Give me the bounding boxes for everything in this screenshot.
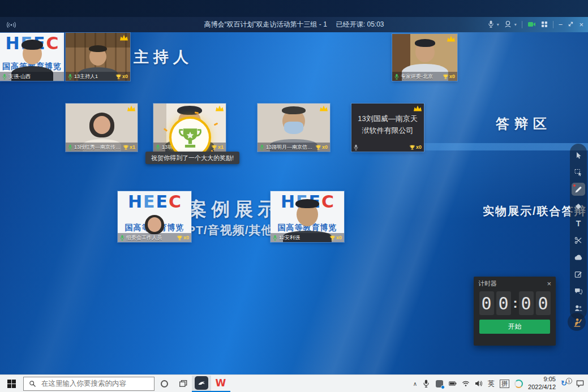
ime-language-indicator[interactable]: 英 — [488, 379, 495, 389]
audio-icon[interactable] — [504, 20, 512, 29]
timer-digit: 0 — [479, 291, 494, 315]
timer-digit: 0 — [536, 291, 551, 315]
update-notification-icon[interactable]: ↻1 — [561, 379, 571, 388]
system-tray: ∧ 英 拼 9:05 2022/4/12 ↻1 — [413, 376, 588, 391]
trophy-icon — [316, 145, 321, 150]
meeting-title-text: 高博会“双百计划”双走访活动第十三组 - 1 — [204, 20, 327, 28]
meeting-status-text: 已经开课: 05:03 — [336, 20, 384, 28]
big-trophy-icon — [178, 126, 202, 149]
trophy-icon — [116, 74, 121, 79]
crown-icon — [320, 105, 328, 111]
participant-name: 13路明月—南京信息工... — [266, 144, 314, 151]
crown-icon — [447, 36, 455, 42]
trophy-count: x0 — [316, 144, 328, 150]
crown-icon — [216, 105, 224, 111]
video-tile-zhiqiang[interactable]: HEEC 国高等教育博览 支强-山西 — [0, 33, 64, 81]
trophy-count: x0 — [116, 74, 128, 79]
action-center-icon[interactable] — [576, 380, 584, 387]
taskbar-search[interactable] — [23, 377, 154, 391]
marquee-select-tool-icon[interactable] — [572, 166, 585, 179]
clock-time: 9:05 — [528, 376, 556, 384]
minimize-button[interactable]: − — [559, 21, 563, 28]
pointer-tool-icon[interactable] — [572, 149, 585, 162]
video-tile-staff[interactable]: HEEC 国高等教育博览 CHINA 组委会工作人员x0 — [118, 191, 191, 242]
audio-caret-icon[interactable]: ▾ — [514, 22, 517, 27]
classin-taskbar-button[interactable] — [192, 376, 211, 392]
divider — [522, 21, 522, 28]
wps-taskbar-button[interactable]: W — [211, 376, 230, 392]
video-tile-liuguowei-camera-off[interactable]: 13刘国威—南京天洑软件有限公司 x0 — [351, 104, 424, 152]
chat-tool-icon[interactable] — [572, 285, 585, 298]
timer-start-button[interactable]: 开始 — [479, 320, 550, 334]
participant-name: 专家评委-北京 — [401, 73, 433, 80]
clock-date: 2022/4/12 — [528, 384, 556, 391]
cortana-button[interactable] — [154, 375, 174, 392]
video-tile-host1[interactable]: 13主持人1x0 — [66, 33, 130, 81]
tray-app-notification-icon[interactable] — [435, 380, 444, 388]
camera-icon[interactable] — [527, 21, 536, 29]
participant-name: 支强-山西 — [8, 73, 31, 80]
trophy-icon — [410, 145, 415, 150]
timer-close-icon[interactable]: × — [547, 280, 551, 287]
trophy-count: x0 — [330, 235, 342, 240]
timer-display: 0 0 : 0 0 — [474, 290, 556, 318]
cortana-icon — [161, 380, 168, 387]
whiteboard-edit-tool-icon[interactable] — [572, 268, 585, 281]
crown-icon — [127, 105, 135, 111]
taskbar-clock[interactable]: 9:05 2022/4/12 — [528, 376, 556, 391]
tray-microphone-icon[interactable] — [422, 380, 430, 387]
crown-icon — [414, 105, 422, 111]
microphone-caret-icon[interactable]: ▾ — [497, 22, 499, 27]
ime-pinyin-indicator[interactable]: 拼 — [500, 380, 509, 388]
trophy-count: x1 — [123, 144, 135, 150]
microphone-icon[interactable] — [488, 20, 494, 29]
cloud-tool-icon[interactable] — [572, 251, 585, 264]
video-tile-anliqiang[interactable]: HEEC 国高等教育博览 12安利强x0 — [271, 191, 344, 242]
eraser-tool-icon[interactable] — [572, 200, 585, 213]
text-tool-icon[interactable]: T — [572, 217, 585, 230]
meeting-title-bar: 高博会“双百计划”双走访活动第十三组 - 1已经开课: 05:03 ▾ ▾ − … — [0, 17, 588, 32]
timer-digit: 0 — [519, 291, 534, 315]
start-button[interactable] — [0, 375, 23, 392]
windows-taskbar: W ∧ 英 拼 9:05 2022/4/12 ↻1 — [0, 374, 588, 392]
heec-china-text: CHINA — [178, 229, 189, 232]
zone-label-case-sub: PPT/音视频/其他 — [179, 222, 274, 238]
video-tile-judge[interactable]: 专家评委-北京x0 — [392, 34, 457, 81]
layout-grid-icon[interactable] — [541, 21, 548, 29]
video-tile-lumingyue[interactable]: 13路明月—南京信息工...x0 — [257, 104, 330, 152]
mic-on-icon — [260, 144, 264, 150]
volume-icon[interactable] — [475, 380, 483, 387]
participant-name: 12安利强 — [279, 234, 300, 242]
windows-logo-icon — [7, 380, 16, 388]
trophy-icon — [330, 235, 335, 240]
classroom-stage: 主持人 答辩区 案例展示区 PPT/音视频/其他 实物展示/联合答辩 HEEC … — [0, 32, 588, 374]
participant-name: 13段红秀—南京传媒学院 — [74, 144, 122, 151]
wifi-icon[interactable] — [462, 380, 470, 387]
battery-icon[interactable] — [449, 380, 457, 387]
chevron-up-icon[interactable]: ∧ — [413, 381, 417, 387]
status-ring-icon[interactable] — [514, 380, 523, 388]
close-button[interactable]: × — [579, 21, 583, 28]
mic-on-icon — [156, 144, 160, 150]
participant-name: 组委会工作人员 — [126, 234, 162, 242]
resize-button[interactable] — [568, 21, 574, 28]
raise-hand-button[interactable] — [568, 313, 586, 331]
trophy-icon — [443, 74, 448, 79]
task-view-button[interactable] — [174, 375, 192, 392]
participant-name: 13主持人1 — [74, 73, 98, 80]
trophy-icon — [123, 145, 128, 150]
video-tile-duanhongxiu[interactable]: 13段红秀—南京传媒学院x1 — [66, 104, 138, 152]
pen-tool-icon[interactable] — [572, 183, 585, 196]
top-strip — [0, 0, 588, 17]
reward-tooltip: 祝贺你得到了一个大大的奖励! — [145, 152, 239, 164]
mic-on-icon — [394, 74, 399, 80]
search-icon — [29, 380, 36, 387]
trophy-count: x0 — [410, 144, 422, 150]
search-input[interactable] — [40, 379, 149, 388]
screen: 高博会“双百计划”双走访活动第十三组 - 1已经开课: 05:03 ▾ ▾ − … — [0, 0, 588, 392]
scissors-tool-icon[interactable] — [572, 234, 585, 247]
trophy-icon — [212, 145, 217, 150]
trophy-count: x1 — [212, 144, 224, 150]
mic-on-icon — [120, 235, 125, 241]
zone-label-defense: 答辩区 — [496, 115, 552, 133]
